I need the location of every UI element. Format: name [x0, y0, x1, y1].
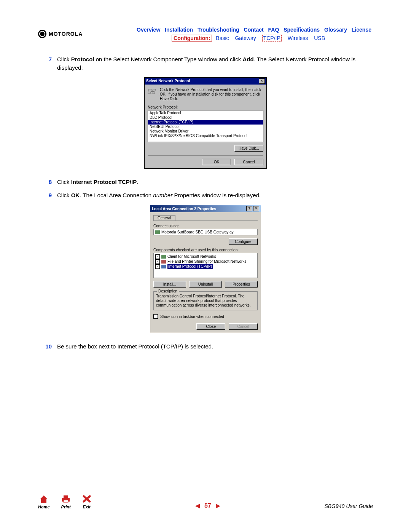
adapter-icon: [155, 230, 160, 234]
comp-client[interactable]: ✓ Client for Microsoft Networks: [155, 254, 256, 259]
tab-general[interactable]: General: [153, 215, 175, 220]
nav-usb[interactable]: USB: [314, 35, 325, 41]
step-7-b2: Add: [242, 56, 253, 62]
lan-connection-properties-dialog: Local Area Connection 2 Properties ? × G…: [150, 205, 261, 333]
step-9-number: 9: [38, 191, 57, 200]
components-listbox[interactable]: ✓ Client for Microsoft Networks ✓ File a…: [153, 253, 258, 278]
svg-rect-1: [64, 495, 68, 498]
nav-gateway[interactable]: Gateway: [235, 35, 256, 41]
description-text: Transmission Control Protocol/Internet P…: [156, 294, 255, 308]
step-8-text: Click Internet Protocol TCP/IP.: [57, 178, 373, 186]
client-icon: [161, 255, 166, 259]
close-icon[interactable]: ×: [259, 78, 265, 84]
brand-text: MOTOROLA: [49, 31, 83, 37]
select-network-protocol-dialog: Select Network Protocol × Click the Netw…: [144, 77, 267, 169]
step-10-text: Be sure the box next to Internet Protoco…: [57, 342, 373, 351]
nav-configuration[interactable]: Configuration:: [172, 35, 212, 42]
comp-tcpip[interactable]: ✓ Internet Protocol (TCP/IP): [155, 264, 256, 269]
print-icon: [61, 495, 70, 503]
nav-specifications[interactable]: Specifications: [284, 27, 320, 33]
proto-appletalk[interactable]: AppleTalk Protocol: [148, 111, 263, 115]
exit-label: Exit: [82, 505, 91, 509]
step-10-number: 10: [38, 342, 57, 351]
uninstall-button[interactable]: Uninstall: [189, 281, 222, 288]
nav-troubleshooting[interactable]: Troubleshooting: [198, 27, 239, 33]
motorola-icon: [38, 30, 46, 38]
step-8: 8 Click Internet Protocol TCP/IP.: [38, 178, 373, 186]
nav-wireless[interactable]: Wireless: [288, 35, 308, 41]
step-9-italic: number: [153, 192, 172, 198]
checkbox-icon[interactable]: ✓: [155, 259, 160, 264]
home-label: Home: [38, 505, 50, 509]
step-7-mid: on the Select Network Component Type win…: [94, 56, 243, 62]
exit-icon: [82, 495, 91, 503]
proto-monitor[interactable]: Network Monitor Driver: [148, 129, 263, 134]
home-button[interactable]: Home: [38, 495, 50, 509]
step-9-text: Click OK. The Local Area Connection numb…: [57, 191, 373, 200]
proto-tcpip[interactable]: Internet Protocol (TCP/IP): [148, 120, 263, 125]
step-7: 7 Click Protocol on the Select Network C…: [38, 55, 373, 72]
step-7-text: Click Protocol on the Select Network Com…: [57, 55, 373, 72]
adapter-field: Motorola SurfBoard SBG USB Gateway ay: [153, 229, 258, 235]
nav-basic[interactable]: Basic: [216, 35, 229, 41]
help-icon[interactable]: ?: [246, 206, 252, 211]
nav-installation[interactable]: Installation: [165, 27, 193, 33]
show-icon-label: Show icon in taskbar when connected: [160, 315, 224, 319]
nav-glossary[interactable]: Glossary: [324, 27, 347, 33]
show-icon-checkbox[interactable]: [153, 314, 158, 319]
close-icon[interactable]: ×: [253, 206, 259, 211]
nav-overview[interactable]: Overview: [137, 27, 160, 33]
comp-client-label: Client for Microsoft Networks: [167, 254, 216, 259]
step-9-b1: OK: [71, 192, 80, 198]
checkbox-icon[interactable]: ✓: [155, 254, 160, 259]
print-label: Print: [61, 505, 71, 509]
pager: 57: [91, 502, 325, 509]
share-icon: [161, 260, 166, 264]
close-button[interactable]: Close: [196, 323, 225, 330]
nav-license[interactable]: License: [352, 27, 371, 33]
prev-page-icon[interactable]: [195, 504, 200, 508]
cancel-button-disabled: Cancel: [229, 323, 258, 330]
proto-netbeui[interactable]: NetBEUI Protocol: [148, 125, 263, 129]
nav-contact[interactable]: Contact: [244, 27, 264, 33]
tab-strip: General: [153, 215, 258, 221]
step-7-b1: Protocol: [71, 56, 94, 62]
comp-fileshare-label: File and Printer Sharing for Microsoft N…: [167, 259, 246, 264]
page-number: 57: [204, 502, 211, 509]
ok-button[interactable]: OK: [202, 159, 231, 165]
protocol-icon: [148, 88, 157, 95]
home-icon: [39, 495, 48, 503]
network-protocol-listbox[interactable]: AppleTalk Protocol DLC Protocol Internet…: [148, 110, 263, 142]
description-label: Description: [157, 289, 179, 293]
print-button[interactable]: Print: [61, 495, 71, 509]
checkbox-icon[interactable]: ✓: [155, 264, 160, 269]
step-10: 10 Be sure the box next to Internet Prot…: [38, 342, 373, 351]
next-page-icon[interactable]: [216, 504, 220, 508]
nav-tcpip[interactable]: TCP/IP: [262, 35, 282, 42]
comp-fileshare[interactable]: ✓ File and Printer Sharing for Microsoft…: [155, 259, 256, 264]
step-9-mid1: . The Local Area Connection: [80, 192, 153, 198]
components-label: Components checked are used by this conn…: [153, 248, 258, 252]
have-disk-button[interactable]: Have Disk...: [234, 145, 263, 152]
step-7-number: 7: [38, 55, 57, 72]
properties-button[interactable]: Properties: [225, 281, 258, 288]
nav-faq[interactable]: FAQ: [268, 27, 279, 33]
dlg1-list-label: Network Protocol:: [148, 105, 263, 109]
install-button[interactable]: Install...: [153, 281, 186, 288]
guide-title: SBG940 User Guide: [324, 503, 373, 509]
step-9-pre: Click: [57, 192, 71, 198]
svg-rect-2: [64, 500, 68, 502]
configure-button[interactable]: Configure: [229, 238, 258, 245]
dlg1-instruction: Click the Network Protocol that you want…: [160, 88, 263, 101]
dlg1-title: Select Network Protocol: [146, 79, 190, 83]
adapter-name: Motorola SurfBoard SBG USB Gateway ay: [161, 230, 234, 234]
step-8-post: .: [137, 179, 138, 185]
proto-dlc[interactable]: DLC Protocol: [148, 115, 263, 120]
proto-nwlink[interactable]: NWLink IPX/SPX/NetBIOS Compatible Transp…: [148, 134, 263, 138]
nav-secondary: Configuration: Basic Gateway TCP/IP Wire…: [83, 35, 373, 41]
description-group: Description Transmission Control Protoco…: [153, 291, 258, 310]
cancel-button[interactable]: Cancel: [234, 159, 263, 165]
step-9-mid2: Properties window is re-displayed.: [172, 192, 261, 198]
connect-using-label: Connect using:: [153, 224, 258, 228]
exit-button[interactable]: Exit: [82, 495, 91, 509]
